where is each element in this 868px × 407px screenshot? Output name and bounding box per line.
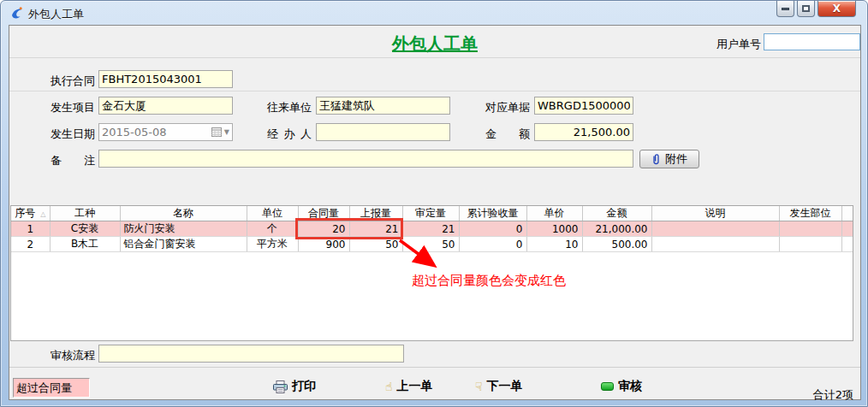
dropdown-arrow-icon[interactable]: ▼: [224, 128, 229, 136]
col-header-reported-qty[interactable]: 上报量: [349, 206, 402, 221]
detail-grid: 序号△ 工种 名称 单位 合同量 上报量 审定量 累计验收量 单价 金额 说明 …: [10, 205, 853, 341]
col-header-name[interactable]: 名称: [120, 206, 247, 221]
col-header-seq[interactable]: 序号△: [11, 206, 50, 221]
annotation-text: 超过合同量颜色会变成红色: [412, 273, 566, 289]
contract-input[interactable]: [98, 70, 233, 88]
next-doc-button[interactable]: ☟ 下一单: [475, 378, 523, 395]
col-header-trade[interactable]: 工种: [50, 206, 120, 221]
col-header-unit[interactable]: 单位: [247, 206, 298, 221]
attachment-button-label: 附件: [665, 151, 687, 167]
review-label: 审核流程: [51, 348, 95, 363]
client-area: 外包人工单 用户单号 执行合同 发生项目 往来单位 对应单据 发生日期 2015…: [9, 25, 861, 400]
cell[interactable]: 铝合金门窗安装: [120, 237, 247, 252]
contract-label: 执行合同: [51, 74, 95, 89]
cell[interactable]: [651, 221, 779, 237]
project-label: 发生项目: [51, 100, 95, 115]
minimize-button[interactable]: [776, 1, 794, 17]
bottom-bar: 超过合同量 打印 ☝ 上一单 ☟ 下一单: [9, 367, 860, 401]
title-bar[interactable]: 外包人工单 X: [1, 1, 867, 25]
date-value: 2015-05-08: [102, 126, 211, 139]
divider: [9, 91, 860, 91]
review-strip: 审核流程: [9, 341, 860, 367]
col-header-amount[interactable]: 金额: [582, 206, 651, 221]
exceed-legend: 超过合同量: [13, 378, 90, 398]
handler-label: 经办人: [267, 127, 312, 142]
approve-button[interactable]: 审核: [601, 378, 642, 395]
cell-filler: [841, 221, 853, 237]
close-icon: X: [833, 3, 841, 15]
date-picker[interactable]: 2015-05-08 ▼: [98, 123, 233, 141]
cell[interactable]: 0: [459, 237, 526, 252]
cell[interactable]: 21,000.00: [582, 221, 651, 237]
cell[interactable]: 10: [526, 237, 582, 252]
table-header-row: 序号△ 工种 名称 单位 合同量 上报量 审定量 累计验收量 单价 金额 说明 …: [11, 206, 853, 221]
cell[interactable]: 21: [349, 221, 402, 237]
amount-label: 金额: [485, 127, 530, 142]
counterpart-input[interactable]: [316, 97, 450, 115]
cell[interactable]: [779, 237, 841, 252]
table-row[interactable]: 1 C安装 防火门安装 个 20 21 21 0 1000 21,000.00: [11, 221, 853, 237]
app-window: 外包人工单 X 外包人工单 用户单号 执行合同 发生项目 往来单位 对应单据 发…: [0, 0, 868, 407]
remark-label: 备注: [51, 153, 95, 168]
cell[interactable]: 1: [11, 221, 50, 237]
next-doc-label: 下一单: [487, 379, 523, 394]
cell[interactable]: 2: [11, 237, 50, 252]
close-button[interactable]: X: [817, 1, 856, 17]
window-controls: X: [774, 1, 856, 17]
refdoc-input[interactable]: [534, 97, 633, 115]
cell[interactable]: B木工: [50, 237, 120, 252]
cell[interactable]: 500.00: [582, 237, 651, 252]
sort-indicator-icon: △: [40, 210, 45, 218]
total-count: 合计2项: [813, 387, 853, 403]
calendar-icon: [211, 127, 222, 137]
col-header-price[interactable]: 单价: [526, 206, 582, 221]
project-input[interactable]: [98, 97, 233, 115]
cell[interactable]: 900: [298, 237, 349, 252]
col-header-filler: [841, 206, 853, 221]
restore-icon: [802, 5, 810, 12]
print-button-label: 打印: [292, 379, 316, 394]
col-header-accum-qty[interactable]: 累计验收量: [459, 206, 526, 221]
print-button[interactable]: 打印: [273, 378, 316, 395]
form-header: 外包人工单 用户单号: [9, 26, 860, 58]
approve-label: 审核: [618, 379, 642, 394]
counterpart-label: 往来单位: [267, 100, 312, 115]
minimize-icon: [782, 8, 789, 10]
col-header-location[interactable]: 发生部位: [779, 206, 841, 221]
hand-up-icon: ☝: [385, 380, 393, 392]
user-no-label: 用户单号: [716, 37, 761, 52]
refdoc-label: 对应单据: [485, 100, 530, 115]
cell[interactable]: 0: [459, 221, 526, 237]
amount-input[interactable]: [534, 123, 633, 141]
cell-filler: [841, 237, 853, 252]
cell[interactable]: 20: [298, 221, 349, 237]
date-label: 发生日期: [51, 127, 95, 142]
cell[interactable]: 1000: [526, 221, 582, 237]
paperclip-icon: [651, 153, 661, 165]
cell[interactable]: 防火门安装: [120, 221, 247, 237]
col-header-approved-qty[interactable]: 审定量: [402, 206, 459, 221]
previous-doc-label: 上一单: [397, 379, 433, 394]
window-title: 外包人工单: [28, 7, 84, 22]
cell[interactable]: 平方米: [247, 237, 298, 252]
col-header-contract-qty[interactable]: 合同量: [298, 206, 349, 221]
handler-input[interactable]: [316, 123, 450, 141]
cell[interactable]: 个: [247, 221, 298, 237]
user-no-input[interactable]: [764, 33, 860, 50]
attachment-button[interactable]: 附件: [639, 150, 699, 168]
previous-doc-button[interactable]: ☝ 上一单: [385, 378, 433, 395]
printer-icon: [273, 380, 288, 393]
cell[interactable]: [779, 221, 841, 237]
col-header-note[interactable]: 说明: [651, 206, 779, 221]
cell[interactable]: 21: [402, 221, 459, 237]
annotation-arrow-icon: [395, 237, 449, 276]
cell[interactable]: C安装: [50, 221, 120, 237]
cell[interactable]: [651, 237, 779, 252]
hand-down-icon: ☟: [475, 380, 483, 392]
restore-button[interactable]: [797, 1, 815, 17]
approve-icon: [601, 382, 614, 391]
app-logo-icon: [9, 6, 23, 20]
review-input[interactable]: [98, 345, 404, 363]
remark-input[interactable]: [98, 150, 633, 168]
